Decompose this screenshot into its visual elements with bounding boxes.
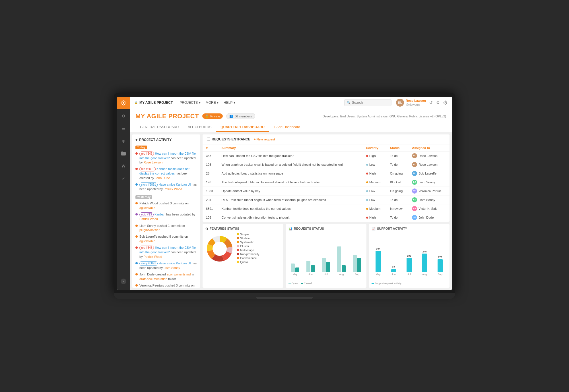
search-box[interactable]: 🔍 <box>344 99 391 106</box>
history-icon[interactable]: ↺ <box>429 100 433 105</box>
req-tag[interactable]: req #348 <box>139 152 154 156</box>
user-link[interactable]: Patrick Wood <box>164 187 182 191</box>
tab-add-dashboard[interactable]: + Add Dashboard <box>269 123 305 132</box>
top-navigation: 🔒 MY AGILE PROJECT PROJECTS ▾ MORE ▾ HEL… <box>130 97 452 109</box>
search-input[interactable] <box>352 101 389 105</box>
bar <box>391 269 396 272</box>
cell-summary: Kanban tooltip does not display the corr… <box>218 204 363 213</box>
commit-link[interactable]: plugins/notifier <box>139 228 160 232</box>
user-link[interactable]: John Dude <box>155 176 170 180</box>
features-status-panel: ◑ FEATURES STATUS <box>203 224 283 288</box>
cell-status: To do <box>387 213 409 222</box>
severity-dot <box>366 208 368 210</box>
sidebar-item-list[interactable]: ☰ <box>117 123 130 134</box>
activity-text: story #6891 Have a nice Kanban UI has be… <box>139 182 197 191</box>
severity-dot <box>366 217 368 219</box>
table-row[interactable]: 103 When graph on tracker chart is based… <box>203 160 450 169</box>
members-badge: 👥 86 members <box>226 113 255 119</box>
bar <box>353 255 357 272</box>
table-row[interactable]: 103 Convert simpletest db integration te… <box>203 213 450 222</box>
cell-summary: When graph on tracker chart is based on … <box>218 160 363 169</box>
req-tag[interactable]: req #348 <box>139 246 154 250</box>
folder-link[interactable]: draft-documentation <box>139 277 167 281</box>
cell-severity: Low <box>363 186 387 195</box>
file-link[interactable]: acomponents.md <box>167 273 191 276</box>
table-row[interactable]: 198 The last collapsed folder in Documen… <box>203 178 450 186</box>
user-handle: @rlawson <box>406 103 426 107</box>
story-tag[interactable]: story #6891 <box>139 261 158 266</box>
cell-id: 204 <box>203 195 218 204</box>
commit-link[interactable]: agile/stable <box>139 206 155 210</box>
bar-group-may: May <box>291 264 299 276</box>
table-row[interactable]: 204 REST test suite runner segfault when… <box>203 195 450 204</box>
requests-title: ☰ REQUESTS ENTRANCE <box>207 137 250 141</box>
assignee-name: Veronica Pertuis <box>418 189 441 193</box>
tab-general-dashboard[interactable]: GENERAL DASHBOARD <box>135 123 183 132</box>
heart-icon: ♥ <box>135 138 137 142</box>
user-link[interactable]: Rose Lawson <box>144 161 163 164</box>
col-status: Status <box>387 144 409 152</box>
col-id: # <box>203 144 218 152</box>
table-row[interactable]: 348 How can I import the CSV file into t… <box>203 151 450 160</box>
nav-help[interactable]: HELP ▾ <box>221 99 237 106</box>
assignee-avatar: RL <box>412 153 417 158</box>
user-link[interactable]: Patrick Wood <box>144 255 162 258</box>
activity-dot <box>135 152 138 155</box>
table-row[interactable]: 28 Add agiledashboard statistics on home… <box>203 169 450 178</box>
activity-dot <box>135 262 138 264</box>
list-item: Patrick Wood pushed 3 commits on agile/s… <box>135 201 197 210</box>
nav-projects[interactable]: PROJECTS ▾ <box>177 99 203 106</box>
new-request-button[interactable]: + New request <box>254 138 275 141</box>
req-tag[interactable]: req #6891 <box>139 167 156 171</box>
nav-more[interactable]: MORE ▾ <box>203 99 221 106</box>
sidebar-item-folder[interactable] <box>117 148 130 159</box>
user-link[interactable]: Patrick Wood <box>139 217 158 221</box>
user-avatar-section: RL Rose Lawson @rlawson <box>396 99 426 107</box>
sidebar-item-fork[interactable]: ψ <box>117 135 130 147</box>
cell-summary: How can I import the CSV file into the g… <box>218 151 363 160</box>
lock-badge-icon: 🔒 <box>205 114 209 118</box>
cell-severity: Medium <box>363 178 387 186</box>
lock-icon: 🔒 <box>134 101 138 104</box>
bar <box>291 264 295 272</box>
cell-severity: Low <box>363 195 387 204</box>
activity-text: Veronica Peertuis pushed 3 commits on pl… <box>139 283 197 287</box>
cell-status: Blocked <box>387 178 409 186</box>
activity-dot <box>135 284 138 287</box>
story-tag[interactable]: story #6891 <box>139 182 158 187</box>
sidebar-item-check[interactable]: ✓ <box>117 173 130 184</box>
activity-link[interactable]: Have a nice Kanban UI <box>158 262 191 265</box>
assignee-avatar: JD <box>412 215 417 220</box>
bar-group-may: 304 May <box>376 247 381 276</box>
user-link[interactable]: Liam Sonny <box>164 266 180 269</box>
cell-summary: The last collapsed folder in Document sh… <box>218 178 363 186</box>
cell-status: On going <box>387 169 409 178</box>
epic-tag[interactable]: epic #13 <box>139 212 154 217</box>
commit-link[interactable]: agile/stable <box>139 239 155 243</box>
bar <box>326 262 330 272</box>
activity-text: John Dude created acomponents.md in draf… <box>139 272 197 281</box>
sidebar-item-wiki[interactable]: W <box>117 160 130 172</box>
power-icon[interactable]: ⏻ <box>443 100 447 105</box>
activity-text: req #348 How can I import the CSV file i… <box>139 246 197 259</box>
tab-quarterly-dashboard[interactable]: QUARTERLY DASHBOARD <box>216 123 269 132</box>
tab-all-ci-builds[interactable]: ALL CI BUILDS <box>183 123 216 132</box>
cell-assignee: VS Victor K. Sale <box>409 204 450 213</box>
cell-severity: Low <box>363 160 387 169</box>
list-item: story #6891 Have a nice Kanban UI has be… <box>135 182 197 191</box>
activity-link[interactable]: Have a nice Kanban UI <box>158 183 191 186</box>
table-row[interactable]: 1983 Update artifact value by key Low On… <box>203 186 450 195</box>
sidebar-toggle[interactable]: › <box>121 279 126 284</box>
sidebar-item-settings[interactable]: ⚙ <box>117 110 130 122</box>
assignee-avatar: BL <box>412 171 417 176</box>
user-name: Rose Lawson <box>406 99 426 103</box>
activity-dot <box>135 168 138 170</box>
cell-severity: Medium <box>363 204 387 213</box>
activity-text: Patrick Wood pushed 3 commits on agile/s… <box>139 201 197 210</box>
bar <box>407 258 412 272</box>
support-activity-title: 📈 SUPPORT ACTIVITY <box>372 227 447 231</box>
table-row[interactable]: 6891 Kanban tooltip does not display the… <box>203 204 450 213</box>
activity-link[interactable]: Kanban <box>154 213 165 216</box>
app-logo[interactable] <box>117 97 130 109</box>
gear-icon[interactable]: ⚙ <box>436 100 440 105</box>
